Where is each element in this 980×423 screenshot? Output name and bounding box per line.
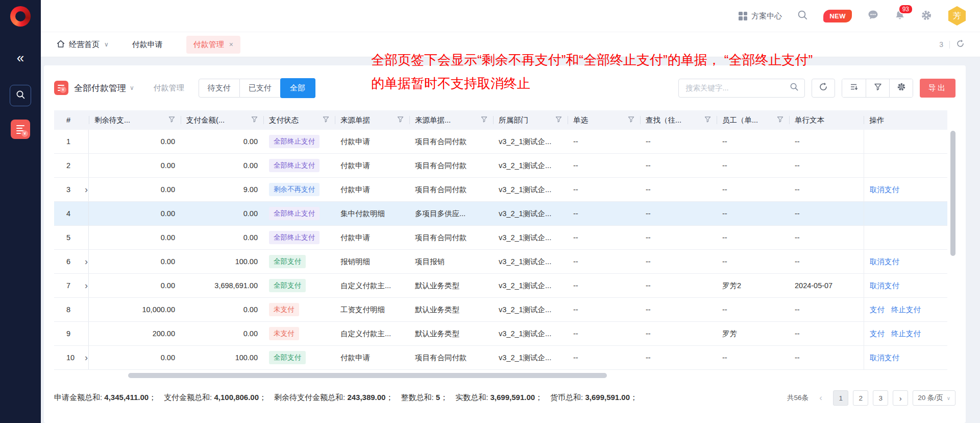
cell-employee: -- <box>717 202 789 225</box>
sidebar-payment-app-icon[interactable]: ¥ <box>11 120 30 139</box>
chevron-down-icon[interactable]: ∨ <box>130 84 134 91</box>
segment-tab-2[interactable]: 全部 <box>280 78 315 98</box>
filter-icon[interactable] <box>323 116 329 124</box>
column-header-radio[interactable]: 单选 <box>568 110 640 130</box>
new-badge[interactable]: NEW <box>823 10 852 22</box>
close-icon[interactable]: × <box>229 40 233 49</box>
cell-remaining: 0.00 <box>89 226 181 249</box>
expand-row-icon[interactable]: › <box>85 257 88 266</box>
main-area: 方案中心 NEW 93 <box>41 0 980 423</box>
filter-icon[interactable] <box>397 116 404 124</box>
column-header-dept[interactable]: 所属部门 <box>493 110 568 130</box>
column-header-status[interactable]: 支付状态 <box>263 110 335 130</box>
tab-payment-management[interactable]: 付款管理 × <box>186 36 240 54</box>
search-input[interactable] <box>684 83 790 92</box>
page-size-select[interactable]: 20 条/页 ∨ <box>913 390 955 406</box>
collapse-sidebar-icon[interactable]: « <box>17 51 24 64</box>
column-header-remaining[interactable]: 剩余待支... <box>89 110 181 130</box>
cell-status: 剩余不再支付 <box>263 178 335 201</box>
total-label: 货币总和: <box>550 393 583 402</box>
table-row[interactable]: 40.000.00全部终止支付集中付款明细多项目多供应...v3_2_1测试企.… <box>54 202 947 226</box>
table-row[interactable]: 10›0.00100.00全部支付付款申请项目有合同付款v3_2_1测试企...… <box>54 346 947 370</box>
app-logo[interactable] <box>10 6 31 27</box>
view-title[interactable]: 全部付款管理 <box>74 82 126 94</box>
cell-num: 1 <box>54 130 89 153</box>
filter-icon[interactable] <box>704 116 711 124</box>
cell-radio: -- <box>568 322 640 345</box>
filter-icon[interactable] <box>168 116 175 124</box>
expand-row-icon[interactable]: › <box>85 281 88 290</box>
export-button[interactable]: 导出 <box>920 79 955 98</box>
sort-button[interactable] <box>842 79 866 97</box>
column-header-employee[interactable]: 员工（单... <box>717 110 789 130</box>
column-label: 查找（往... <box>646 115 681 125</box>
vertical-scrollbar-thumb[interactable] <box>950 131 955 256</box>
page-button-1[interactable]: 1 <box>833 390 848 406</box>
filter-icon[interactable] <box>628 116 634 124</box>
segment-tab-1[interactable]: 已支付 <box>240 79 281 98</box>
row-action-link[interactable]: 终止支付 <box>891 305 921 315</box>
page-button-2[interactable]: 2 <box>853 390 868 406</box>
table-row[interactable]: 20.000.00全部终止支付付款申请项目有合同付款v3_2_1测试企...--… <box>54 154 947 178</box>
refresh-button[interactable] <box>812 79 835 98</box>
tab-payment-request[interactable]: 付款申请 <box>132 40 163 50</box>
column-header-source_type[interactable]: 来源单据... <box>409 110 493 130</box>
table-row[interactable]: 9200.000.00未支付自定义付款主...默认业务类型v3_2_1测试企..… <box>54 322 947 346</box>
avatar[interactable]: 芳 <box>947 6 967 26</box>
row-action-link[interactable]: 取消支付 <box>870 257 899 267</box>
cell-source: 付款申请 <box>335 154 409 177</box>
column-header-amount[interactable]: 支付金额(... <box>181 110 263 130</box>
toolbar-right: 导出 <box>678 79 955 98</box>
prev-page-button[interactable]: ‹ <box>813 390 828 406</box>
filter-button[interactable] <box>866 79 889 97</box>
table-row[interactable]: 3›0.009.00剩余不再支付付款申请项目有合同付款v3_2_1测试企...-… <box>54 178 947 202</box>
row-action-link[interactable]: 取消支付 <box>870 353 899 363</box>
search-icon[interactable] <box>790 82 799 93</box>
settings-button[interactable] <box>921 10 932 22</box>
filter-icon <box>874 83 882 93</box>
cell-employee: -- <box>717 130 789 153</box>
gear-icon <box>897 82 906 93</box>
total-count-label: 共56条 <box>787 393 808 403</box>
horizontal-scrollbar-thumb[interactable] <box>128 373 607 378</box>
sidebar-search-button[interactable] <box>10 85 31 106</box>
filter-icon[interactable] <box>481 116 487 124</box>
filter-icon[interactable] <box>555 116 562 124</box>
column-header-lookup[interactable]: 查找（往... <box>640 110 717 130</box>
cell-source: 付款申请 <box>335 178 409 201</box>
row-action-link[interactable]: 取消支付 <box>870 185 899 195</box>
row-action-link[interactable]: 取消支付 <box>870 281 899 291</box>
cell-status: 未支付 <box>263 322 335 345</box>
expand-row-icon[interactable]: › <box>85 185 88 194</box>
vertical-scrollbar[interactable] <box>950 131 955 366</box>
notifications-button[interactable]: 93 <box>894 10 905 22</box>
cell-num: 9 <box>54 322 89 345</box>
page-button-3[interactable]: 3 <box>873 390 888 406</box>
segment-tab-0[interactable]: 待支付 <box>199 79 240 98</box>
row-action-link[interactable]: 终止支付 <box>891 329 921 339</box>
breadcrumb-home[interactable]: 经营首页 ∨ <box>56 39 109 50</box>
row-action-link[interactable]: 支付 <box>870 305 885 315</box>
cell-status: 全部支付 <box>263 346 335 369</box>
payment-doc-icon: ¥ <box>54 81 68 95</box>
filter-icon[interactable] <box>251 116 258 124</box>
next-page-button[interactable]: › <box>893 390 908 406</box>
column-header-source[interactable]: 来源单据 <box>335 110 409 130</box>
refresh-icon[interactable] <box>956 39 965 50</box>
topbar-search-button[interactable] <box>797 10 808 22</box>
table-row[interactable]: 10.000.00全部终止支付付款申请项目有合同付款v3_2_1测试企...--… <box>54 130 947 154</box>
table-row[interactable]: 810,000.000.00未支付工资支付明细默认业务类型v3_2_1测试企..… <box>54 298 947 322</box>
row-index: 9 <box>66 330 75 338</box>
table-row[interactable]: 7›0.003,698,691.00全部支付自定义付款主...默认业务类型v3_… <box>54 274 947 298</box>
table-row[interactable]: 50.000.00全部终止支付付款申请项目有合同付款v3_2_1测试企...--… <box>54 226 947 250</box>
filter-icon[interactable] <box>777 116 783 124</box>
table-row[interactable]: 6›0.00100.00全部支付报销明细项目报销v3_2_1测试企...----… <box>54 250 947 274</box>
cell-remaining: 0.00 <box>89 250 181 273</box>
expand-row-icon[interactable]: › <box>85 353 88 362</box>
cell-source_type: 默认业务类型 <box>409 322 493 345</box>
table-settings-button[interactable] <box>889 79 913 97</box>
cell-num: 3› <box>54 178 89 201</box>
chat-button[interactable] <box>867 9 879 22</box>
solution-center-button[interactable]: 方案中心 <box>739 11 782 21</box>
row-action-link[interactable]: 支付 <box>870 329 885 339</box>
